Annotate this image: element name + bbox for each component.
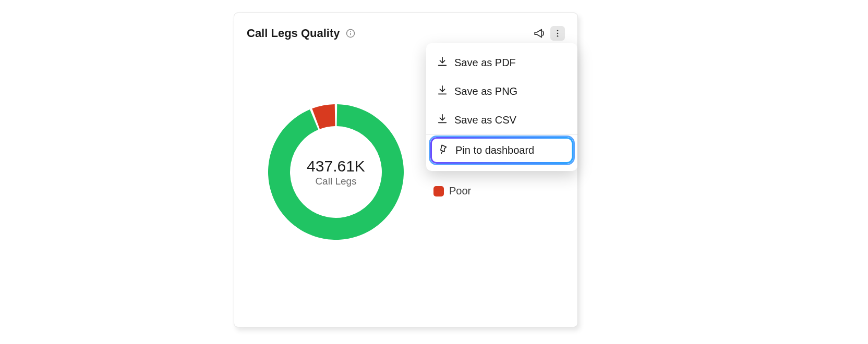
dropdown-separator	[426, 134, 577, 135]
legend-label-poor: Poor	[449, 185, 471, 197]
menu-item-save-csv[interactable]: Save as CSV	[426, 106, 577, 134]
chart-legend: Poor	[433, 185, 471, 197]
donut-slice-good[interactable]	[268, 104, 404, 240]
donut-chart: 437.61K Call Legs	[266, 102, 406, 242]
download-icon	[437, 113, 448, 127]
svg-line-12	[441, 151, 443, 154]
widget-card: Call Legs Quality 437.61K	[234, 13, 578, 327]
menu-item-label: Save as PNG	[454, 85, 517, 97]
more-options-button[interactable]	[550, 26, 565, 41]
menu-item-label: Save as PDF	[454, 57, 516, 69]
menu-item-save-pdf[interactable]: Save as PDF	[426, 48, 577, 77]
pin-icon	[438, 143, 449, 157]
info-icon[interactable]	[345, 28, 356, 39]
card-title: Call Legs Quality	[247, 27, 340, 40]
menu-item-label: Pin to dashboard	[455, 144, 534, 156]
svg-point-5	[557, 35, 559, 37]
svg-point-2	[350, 31, 351, 32]
menu-item-save-png[interactable]: Save as PNG	[426, 77, 577, 106]
svg-point-4	[557, 33, 559, 34]
card-header: Call Legs Quality	[234, 13, 577, 44]
menu-item-pin-dashboard[interactable]: Pin to dashboard	[430, 137, 573, 164]
legend-swatch-poor	[433, 186, 444, 196]
donut-svg	[266, 102, 406, 242]
options-dropdown: Save as PDFSave as PNGSave as CSVPin to …	[426, 43, 577, 171]
megaphone-icon[interactable]	[533, 26, 547, 41]
download-icon	[437, 84, 448, 99]
svg-point-3	[557, 30, 559, 31]
download-icon	[437, 56, 448, 70]
menu-item-label: Save as CSV	[454, 114, 516, 126]
